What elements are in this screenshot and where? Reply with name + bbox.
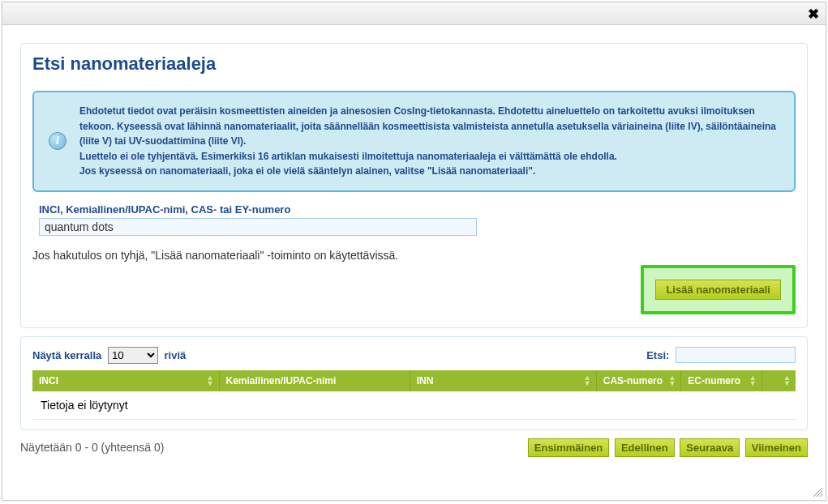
add-button-highlight: Lisää nanomateriaali xyxy=(641,265,796,314)
helper-text: Jos hakutulos on tyhjä, "Lisää nanomater… xyxy=(32,249,796,262)
info-icon: i xyxy=(49,132,66,150)
col-ec[interactable]: EC-numero ▲▼ xyxy=(681,370,762,391)
add-button-row: Lisää nanomateriaali xyxy=(32,265,796,314)
search-input[interactable] xyxy=(39,218,477,236)
empty-message: Tietoja ei löytynyt xyxy=(32,391,796,420)
results-panel: Näytä kerralla 10 riviä Etsi: INCI xyxy=(20,336,808,430)
col-inci[interactable]: INCI ▲▼ xyxy=(32,370,219,391)
resize-grip-icon[interactable] xyxy=(812,486,823,498)
filter-control: Etsi: xyxy=(646,347,796,363)
search-panel: Etsi nanomateriaaleja i Ehdotetut tiedot… xyxy=(20,43,808,328)
info-text-3: Jos kyseessä on nanomateriaali, joka ei … xyxy=(79,164,781,179)
results-table: INCI ▲▼ Kemiallinen/IUPAC-nimi INN ▲▼ CA… xyxy=(32,370,796,420)
col-inn[interactable]: INN ▲▼ xyxy=(410,370,596,391)
dialog: ✖ Etsi nanomateriaaleja i Ehdotetut tied… xyxy=(2,2,826,501)
svg-line-2 xyxy=(820,494,822,497)
results-footer: Näytetään 0 - 0 (yhteensä 0) Ensimmäinen… xyxy=(20,438,808,457)
sort-icon: ▲▼ xyxy=(207,375,214,387)
page-size-prefix: Näytä kerralla xyxy=(32,349,101,361)
close-icon[interactable]: ✖ xyxy=(808,6,819,23)
last-page-button[interactable]: Viimeinen xyxy=(745,438,808,457)
page-title: Etsi nanomateriaaleja xyxy=(32,53,796,75)
info-text-1: Ehdotetut tiedot ovat peräisin kosmeetti… xyxy=(79,104,781,149)
table-row: Tietoja ei löytynyt xyxy=(32,391,796,420)
col-cas[interactable]: CAS-numero ▲▼ xyxy=(596,370,681,391)
add-nanomaterial-button[interactable]: Lisää nanomateriaali xyxy=(655,280,781,300)
results-toolbar: Näytä kerralla 10 riviä Etsi: xyxy=(32,347,796,364)
filter-label: Etsi: xyxy=(646,349,669,361)
sort-icon: ▲▼ xyxy=(668,375,676,387)
search-label: INCI, Kemiallinen/IUPAC-nimi, CAS- tai E… xyxy=(39,203,796,216)
col-actions[interactable]: ▲▼ xyxy=(762,370,796,391)
prev-page-button[interactable]: Edellinen xyxy=(615,438,675,457)
first-page-button[interactable]: Ensimmäinen xyxy=(528,438,610,457)
sort-icon: ▲▼ xyxy=(783,375,791,387)
page-size-control: Näytä kerralla 10 riviä xyxy=(32,347,186,364)
info-box: i Ehdotetut tiedot ovat peräisin kosmeet… xyxy=(32,91,796,192)
sort-icon: ▲▼ xyxy=(749,375,757,387)
results-info: Näytetään 0 - 0 (yhteensä 0) xyxy=(20,441,164,454)
sort-icon: ▲▼ xyxy=(584,375,591,387)
col-iupac[interactable]: Kemiallinen/IUPAC-nimi xyxy=(219,370,410,391)
titlebar: ✖ xyxy=(2,2,826,25)
page-size-select[interactable]: 10 xyxy=(108,347,158,364)
dialog-content: Etsi nanomateriaaleja i Ehdotetut tiedot… xyxy=(2,25,826,467)
svg-line-1 xyxy=(817,491,822,497)
table-header-row: INCI ▲▼ Kemiallinen/IUPAC-nimi INN ▲▼ CA… xyxy=(32,370,796,391)
info-text-2: Luettelo ei ole tyhjentävä. Esimerkiksi … xyxy=(79,149,781,164)
filter-input[interactable] xyxy=(676,347,796,363)
pagination: Ensimmäinen Edellinen Seuraava Viimeinen xyxy=(526,438,808,457)
next-page-button[interactable]: Seuraava xyxy=(680,438,740,457)
page-size-suffix: riviä xyxy=(165,349,187,361)
